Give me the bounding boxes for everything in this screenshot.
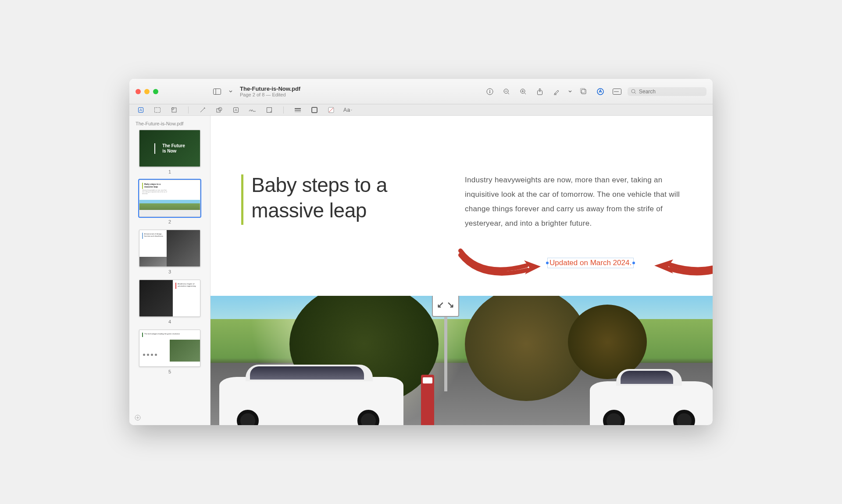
car-left — [219, 377, 403, 425]
svg-rect-15 — [582, 89, 586, 94]
add-page-button[interactable] — [134, 414, 142, 422]
svg-rect-31 — [312, 107, 317, 113]
info-button[interactable] — [484, 85, 496, 98]
svg-rect-0 — [214, 89, 221, 94]
page-content: Baby steps to a massive leap Industry he… — [210, 116, 713, 425]
body: The-Future-is-Now.pdf The Futureis Now 1… — [129, 116, 713, 425]
svg-line-9 — [524, 93, 526, 94]
zoom-in-button[interactable] — [517, 85, 529, 98]
highlight-dropdown-button[interactable] — [567, 85, 573, 98]
svg-rect-22 — [155, 107, 161, 112]
document-viewport[interactable]: Baby steps to a massive leap Industry he… — [210, 116, 713, 425]
svg-point-3 — [489, 90, 490, 91]
document-title-block: The-Future-is-Now.pdf Page 2 of 8 — Edit… — [240, 85, 310, 97]
car-right — [590, 381, 713, 425]
search-field-wrap[interactable] — [628, 87, 706, 96]
preview-window: The-Future-is-Now.pdf Page 2 of 8 — Edit… — [129, 79, 713, 425]
border-color-tool[interactable] — [310, 106, 319, 114]
annotation-arrow-left — [454, 247, 542, 287]
markup-toolbar: A A Aa — [129, 104, 713, 116]
thumbnail-sidebar[interactable]: The-Future-is-Now.pdf The Futureis Now 1… — [129, 116, 210, 425]
thumbnail-page-5[interactable]: The technologies leading the green revol… — [134, 330, 206, 374]
search-input[interactable] — [639, 89, 700, 95]
thumbnail-page-2[interactable]: Baby steps to a massive leapIndustry hea… — [134, 180, 206, 224]
text-selection-tool[interactable]: A — [136, 106, 145, 114]
traffic-lights — [136, 89, 158, 94]
share-button[interactable] — [534, 85, 546, 98]
shapes-tool[interactable] — [215, 106, 224, 114]
titlebar: The-Future-is-Now.pdf Page 2 of 8 — Edit… — [129, 79, 713, 104]
markup-button[interactable] — [594, 85, 607, 98]
thumbnail-page-3[interactable]: A triumvirate of design, function and cl… — [134, 230, 206, 274]
svg-rect-23 — [172, 108, 176, 112]
annotation-arrow-right — [649, 247, 713, 287]
svg-line-21 — [635, 92, 636, 94]
svg-rect-16 — [581, 88, 585, 92]
fullscreen-window-button[interactable] — [153, 89, 158, 94]
crop-button[interactable] — [611, 85, 623, 98]
svg-line-6 — [508, 93, 509, 94]
body-paragraph: Industry heavyweights are now, more than… — [465, 173, 682, 231]
highlight-button[interactable] — [550, 85, 563, 98]
heading-block: Baby steps to a massive leap — [241, 173, 447, 231]
text-tool[interactable]: A — [232, 106, 240, 114]
instant-alpha-tool[interactable] — [170, 106, 178, 114]
note-tool[interactable] — [265, 106, 274, 114]
sketch-tool[interactable] — [198, 106, 207, 114]
sidebar-title: The-Future-is-Now.pdf — [134, 119, 206, 130]
sidebar-dropdown-button[interactable] — [228, 85, 234, 98]
ev-charger — [421, 375, 434, 425]
hero-image: ↙ ↘ — [210, 296, 713, 425]
page-heading: Baby steps to a massive leap — [251, 173, 447, 231]
accent-bar — [241, 174, 243, 225]
svg-point-20 — [632, 89, 635, 93]
thumbnail-page-1[interactable]: The Futureis Now 1 — [134, 130, 206, 174]
rectangle-select-tool[interactable] — [153, 106, 162, 114]
minimize-window-button[interactable] — [144, 89, 150, 94]
thumbnail-page-4[interactable]: A bold new chapter of automotive enginee… — [134, 280, 206, 324]
zoom-out-button[interactable] — [500, 85, 513, 98]
fill-color-tool[interactable] — [327, 106, 335, 114]
document-subtitle: Page 2 of 8 — Edited — [240, 92, 310, 97]
document-filename: The-Future-is-Now.pdf — [240, 85, 310, 92]
text-style-tool[interactable]: Aa — [343, 106, 352, 114]
sidebar-toggle-button[interactable] — [211, 85, 223, 98]
sign-tool[interactable] — [248, 106, 257, 114]
border-style-tool[interactable] — [293, 106, 302, 114]
close-window-button[interactable] — [136, 89, 141, 94]
parking-sign: ↙ ↘ — [432, 296, 459, 389]
rotate-button[interactable] — [578, 85, 590, 98]
text-annotation-box[interactable]: Updated on March 2024. — [547, 258, 634, 268]
search-icon — [631, 89, 636, 94]
